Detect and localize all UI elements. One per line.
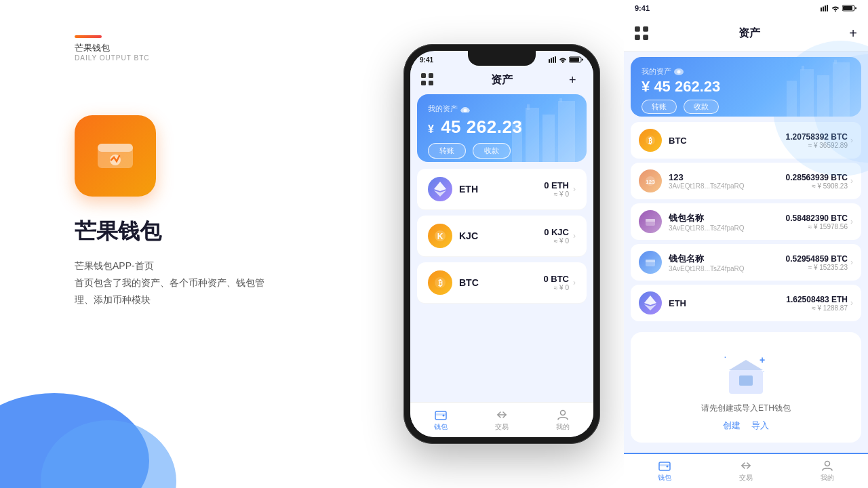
rp-nav-wallet-label: 钱包 [658,473,671,483]
rp-wallet1-main: 钱包名称 3AvEQt1R8...TsZ4fpaRQ [669,212,786,232]
rp-coin-123[interactable]: 123 123 3AvEQt1R8...TsZ4fpaRQ 0.28563939… [631,163,861,199]
svg-rect-33 [823,7,824,12]
svg-rect-9 [570,58,579,62]
svg-rect-17 [542,115,555,162]
phone-coin-btc[interactable]: ₿ BTC 0 BTC ≈ ¥ 0 › [417,262,587,304]
svg-rect-14 [429,81,433,85]
rp-btc-name: BTC [669,136,786,146]
right-panel: 9:41 资产 + 我的资产 ¥ 45 262.23 [624,0,868,488]
rp-eth-name: ETH [669,298,786,308]
rp-coin-wallet2[interactable]: 钱包名称 3AvEQt1R8...TsZ4fpaRQ 0.52954859 BT… [631,244,861,281]
eth-import-link[interactable]: 导入 [751,420,769,432]
rp-nav-trade[interactable]: 交易 [705,460,787,483]
kjc-name: KJC [459,230,544,241]
rp-receive-button[interactable]: 收款 [684,100,719,114]
rp-grid-icon[interactable] [635,26,650,41]
svg-rect-47 [833,62,850,117]
phone-nav-wallet-label: 钱包 [434,422,448,432]
rp-123-right: 0.28563939 BTC ≈ ¥ 5908.23 [786,173,848,190]
left-panel: 芒果钱包 DAILY OUTPUT BTC 芒果钱包 芒果钱包APP-首页 首页… [0,0,380,488]
rp-wallet1-name: 钱包名称 [669,212,786,224]
svg-point-51 [677,70,681,73]
svg-marker-60 [644,296,656,305]
rp-wallet1-icon [639,210,662,233]
rp-page-title: 资产 [738,26,760,41]
rp-bottom-nav: 钱包 交易 我的 [624,453,868,488]
grid-icon[interactable] [421,73,435,87]
phone-nav-mine[interactable]: 我的 [532,409,593,432]
rp-nav-wallet[interactable]: 钱包 [624,460,705,483]
svg-rect-41 [643,26,648,32]
rp-coin-eth[interactable]: ETH 1.62508483 ETH ≈ ¥ 1288.87 › [631,285,861,321]
rp-eth-amount: 1.62508483 ETH [786,295,848,304]
rp-eth-arrow-icon: › [850,298,853,308]
svg-rect-19 [527,104,530,110]
svg-rect-34 [825,5,826,12]
eth-amounts: 0 ETH ≈ ¥ 0 [544,180,569,198]
phone-header: 资产 + [410,66,593,94]
svg-point-7 [562,62,564,63]
svg-rect-45 [800,69,814,117]
phone-add-button[interactable]: + [569,73,583,87]
svg-rect-42 [635,35,640,40]
eth-prompt-actions: 创建 导入 [642,420,850,432]
rp-wallet1-addr: 3AvEQt1R8...TsZ4fpaRQ [669,224,786,232]
rp-add-button[interactable]: + [849,26,857,41]
phone-nav-mine-label: 我的 [556,422,570,432]
phone-status-bar: 9:41 [410,54,593,66]
rp-eth-icon [639,291,662,314]
rp-eth-value: ≈ ¥ 1288.87 [786,304,848,312]
eth-prompt-illustration: + · · [719,343,773,397]
kjc-arrow-icon: › [573,231,576,241]
svg-rect-46 [817,75,829,117]
svg-rect-35 [827,5,828,12]
phone-coin-kjc[interactable]: K KJC 0 KJC ≈ ¥ 0 › [417,216,587,257]
rp-status-icons [821,5,857,12]
svg-point-31 [561,410,566,415]
svg-text:·: · [724,354,726,361]
svg-rect-4 [551,58,552,64]
svg-text:·: · [763,369,764,375]
svg-point-21 [464,108,467,112]
btc-arrow-icon: › [573,278,576,287]
svg-text:123: 123 [646,179,655,185]
rp-eth-main: ETH [669,298,786,308]
brand-subtitle: DAILY OUTPUT BTC [75,54,149,62]
svg-text:₿: ₿ [648,137,652,145]
eth-arrow-icon: › [573,184,576,194]
rp-btc-right: 1.20758392 BTC ≈ ¥ 36592.89 [786,132,848,149]
phone-coin-eth[interactable]: ETH 0 ETH ≈ ¥ 0 › [417,169,587,210]
app-icon [75,115,156,197]
rp-123-name: 123 [669,172,786,182]
btc-amounts: 0 BTC ≈ ¥ 0 [543,274,569,291]
svg-rect-12 [429,73,433,78]
eth-prompt-text: 请先创建或导入ETH钱包 [642,403,850,414]
phone-nav-wallet[interactable]: 钱包 [410,409,471,432]
rp-btc-icon: ₿ [639,129,662,152]
phone-transfer-button[interactable]: 转账 [428,143,466,159]
phone-nav-trade[interactable]: 交易 [471,409,532,432]
svg-rect-49 [834,60,837,64]
rp-123-value: ≈ ¥ 5908.23 [786,182,848,190]
svg-rect-48 [802,66,804,70]
eth-create-link[interactable]: 创建 [723,420,741,432]
phone-outer: 9:41 资产 + [403,44,600,444]
rp-wallet2-arrow-icon: › [850,258,853,267]
rp-coin-wallet1[interactable]: 钱包名称 3AvEQt1R8...TsZ4fpaRQ 0.58482390 BT… [631,203,861,240]
svg-point-36 [835,10,836,12]
desc-line1: 芒果钱包APP-首页 [75,260,154,271]
phone-status-icons [549,56,584,63]
svg-rect-66 [739,375,753,386]
rp-coin-btc[interactable]: ₿ BTC 1.20758392 BTC ≈ ¥ 36592.89 › [631,122,861,159]
rp-wallet2-amount: 0.52954859 BTC [786,254,848,264]
rp-transfer-button[interactable]: 转账 [642,100,677,114]
btc-icon: ₿ [428,270,452,295]
svg-rect-40 [635,26,640,32]
rp-nav-mine[interactable]: 我的 [787,460,868,483]
svg-rect-3 [549,59,550,63]
svg-rect-29 [435,413,446,415]
svg-marker-61 [644,304,656,310]
rp-wallet1-amount: 0.58482390 BTC [786,214,848,223]
kjc-icon: K [428,224,452,248]
svg-point-73 [825,462,830,466]
